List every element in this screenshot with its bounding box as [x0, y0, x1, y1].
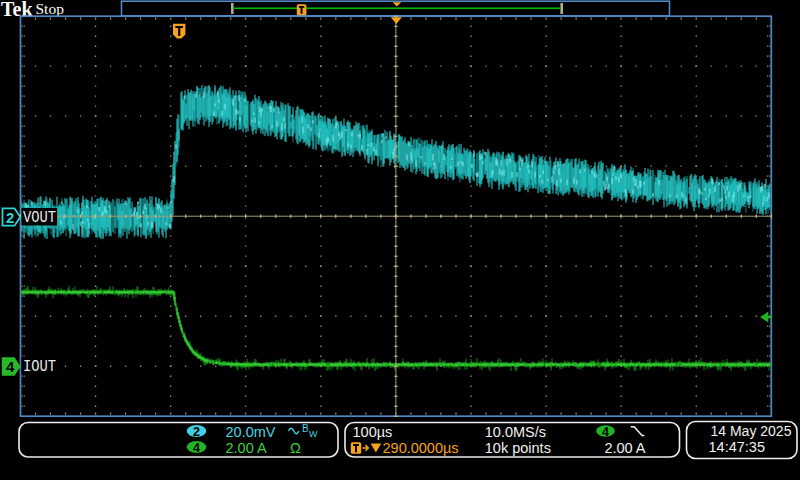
svg-text:B: B	[302, 423, 309, 434]
svg-text:2.00 A: 2.00 A	[604, 440, 645, 456]
svg-text:14 May 2025: 14 May 2025	[711, 423, 792, 439]
svg-text:Ω: Ω	[290, 440, 301, 456]
svg-text:IOUT: IOUT	[23, 358, 56, 376]
svg-text:290.0000µs: 290.0000µs	[383, 440, 459, 456]
svg-text:W: W	[309, 429, 318, 439]
svg-text:20.0mV: 20.0mV	[226, 424, 276, 440]
svg-text:Stop: Stop	[36, 0, 65, 17]
svg-text:100µs: 100µs	[353, 424, 393, 440]
svg-text:4: 4	[193, 441, 200, 455]
svg-text:2: 2	[193, 425, 200, 439]
svg-text:10.0MS/s: 10.0MS/s	[485, 424, 546, 440]
svg-text:VOUT: VOUT	[23, 209, 56, 227]
svg-text:2.00 A: 2.00 A	[226, 440, 267, 456]
svg-text:4: 4	[602, 425, 609, 439]
svg-text:2: 2	[6, 209, 14, 226]
svg-text:14:47:35: 14:47:35	[709, 439, 765, 455]
svg-text:10k points: 10k points	[485, 440, 551, 456]
svg-text:4: 4	[6, 358, 15, 375]
